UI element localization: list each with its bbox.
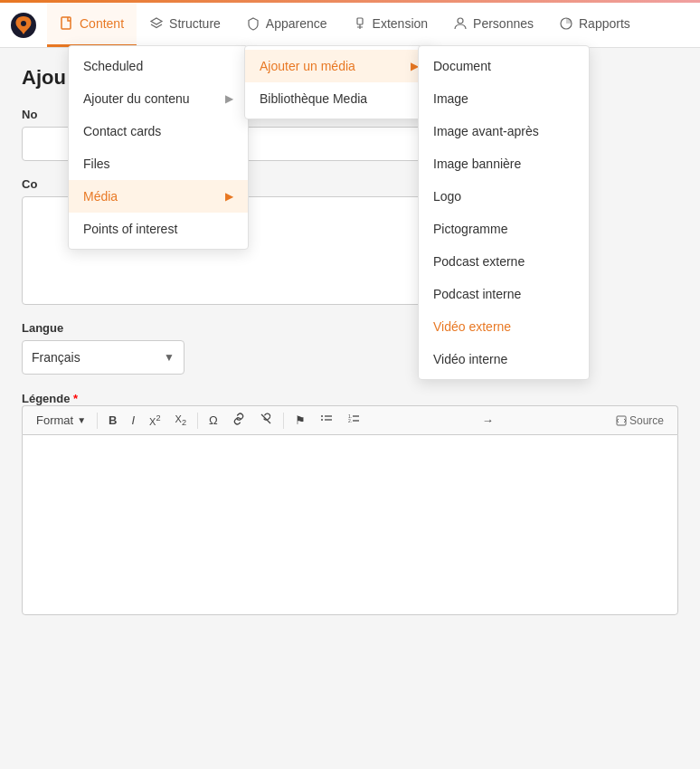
- omega-button[interactable]: Ω: [203, 411, 224, 430]
- menu-level1: Scheduled Ajouter du contenu ▶ Contact c…: [68, 45, 249, 250]
- menu-item-podcast-interne[interactable]: Podcast interne: [419, 278, 589, 310]
- source-icon: [616, 415, 627, 426]
- flag-button[interactable]: ⚑: [289, 411, 312, 430]
- unlink-icon: [260, 413, 272, 425]
- menu-item-contact-cards[interactable]: Contact cards: [69, 115, 248, 147]
- format-dropdown-button[interactable]: Format ▼: [30, 411, 92, 430]
- menu-item-logo[interactable]: Logo: [419, 180, 589, 213]
- layers-icon: [149, 16, 164, 31]
- nav-tab-extension-label: Extension: [373, 16, 428, 31]
- person-icon: [453, 16, 468, 31]
- nav-tab-personnes[interactable]: Personnes: [440, 3, 546, 47]
- menu-item-files[interactable]: Files: [69, 147, 248, 180]
- required-marker: *: [73, 392, 78, 405]
- source-label: Source: [629, 414, 664, 427]
- chevron-right-active-icon: ▶: [225, 190, 233, 203]
- link-button[interactable]: [226, 410, 251, 431]
- rte-body[interactable]: [22, 434, 678, 615]
- app-logo[interactable]: [9, 11, 38, 40]
- svg-rect-3: [357, 18, 363, 24]
- menu-item-podcast-externe[interactable]: Podcast externe: [419, 245, 589, 278]
- toolbar-separator-1: [97, 413, 98, 429]
- nav-tab-structure[interactable]: Structure: [137, 3, 233, 47]
- superscript-button[interactable]: X2: [143, 411, 166, 430]
- form-section-legende: Légende * Format ▼ B I X2 X2 Ω: [22, 391, 678, 615]
- menu-item-video-externe[interactable]: Vidéo externe: [419, 310, 589, 343]
- nav-tab-apparence[interactable]: Apparence: [233, 3, 340, 47]
- menu-item-media[interactable]: Média ▶: [69, 180, 248, 213]
- langue-value: Français: [32, 350, 164, 365]
- nav-tab-rapports[interactable]: Rapports: [546, 3, 643, 47]
- list-ul-button[interactable]: [314, 410, 339, 431]
- menu-level2: Ajouter un média ▶ Bibliothèque Media: [244, 45, 434, 119]
- unlink-button[interactable]: [253, 410, 279, 431]
- file-icon: [60, 16, 74, 31]
- svg-point-4: [458, 18, 463, 24]
- bold-button[interactable]: B: [102, 411, 123, 430]
- chevron-right-icon: ▶: [225, 92, 233, 105]
- nav-tabs: Content Structure Apparence Extension: [47, 3, 643, 47]
- svg-text:2.: 2.: [348, 418, 352, 423]
- italic-button[interactable]: I: [125, 411, 141, 430]
- langue-select[interactable]: Français ▼: [22, 340, 184, 375]
- menu-level3: Document Image Image avant-après Image b…: [418, 45, 590, 380]
- svg-point-7: [321, 415, 323, 417]
- source-button[interactable]: Source: [610, 412, 670, 430]
- list-ul-icon: [320, 413, 333, 425]
- menu-item-ajouter-contenu[interactable]: Ajouter du contenu ▶: [69, 82, 248, 115]
- list-ol-button[interactable]: 1. 2.: [341, 410, 366, 431]
- arrow-button[interactable]: →: [476, 411, 500, 430]
- svg-rect-2: [61, 17, 71, 29]
- top-navigation: Content Structure Apparence Extension: [0, 3, 700, 48]
- menu-item-ajouter-media[interactable]: Ajouter un média ▶: [245, 50, 433, 82]
- menu-item-document[interactable]: Document: [419, 50, 589, 82]
- link-icon: [232, 413, 245, 425]
- menu-item-pictogramme[interactable]: Pictogramme: [419, 213, 589, 245]
- nav-tab-personnes-label: Personnes: [473, 16, 534, 31]
- menu-item-video-interne[interactable]: Vidéo interne: [419, 343, 589, 375]
- svg-rect-15: [617, 416, 626, 425]
- nav-tab-structure-label: Structure: [169, 16, 221, 31]
- menu-item-scheduled[interactable]: Scheduled: [69, 50, 248, 82]
- plug-icon: [353, 16, 367, 31]
- menu-item-points-of-interest[interactable]: Points of interest: [69, 213, 248, 245]
- toolbar-separator-2: [197, 413, 198, 429]
- nav-tab-extension[interactable]: Extension: [340, 3, 440, 47]
- list-ol-icon: 1. 2.: [347, 413, 360, 425]
- legende-label: Légende *: [22, 392, 78, 405]
- menu-item-bibliotheque[interactable]: Bibliothèque Media: [245, 82, 433, 115]
- chart-icon: [559, 16, 573, 31]
- format-chevron-icon: ▼: [77, 415, 86, 425]
- toolbar-separator-3: [283, 413, 284, 429]
- menu-item-image-avant-apres[interactable]: Image avant-après: [419, 115, 589, 147]
- nav-tab-content[interactable]: Content: [47, 3, 137, 47]
- format-label: Format: [36, 413, 73, 427]
- svg-point-1: [21, 21, 26, 26]
- menu-item-image-banniere[interactable]: Image bannière: [419, 147, 589, 180]
- svg-point-9: [321, 419, 323, 421]
- nav-tab-rapports-label: Rapports: [579, 16, 630, 31]
- subscript-button[interactable]: X2: [169, 411, 193, 430]
- nav-tab-apparence-label: Apparence: [266, 16, 327, 31]
- menu-item-image[interactable]: Image: [419, 82, 589, 115]
- nav-tab-content-label: Content: [80, 16, 124, 31]
- chevron-down-icon: ▼: [164, 351, 175, 364]
- rte-toolbar: Format ▼ B I X2 X2 Ω: [22, 405, 678, 434]
- shield-icon: [246, 16, 260, 31]
